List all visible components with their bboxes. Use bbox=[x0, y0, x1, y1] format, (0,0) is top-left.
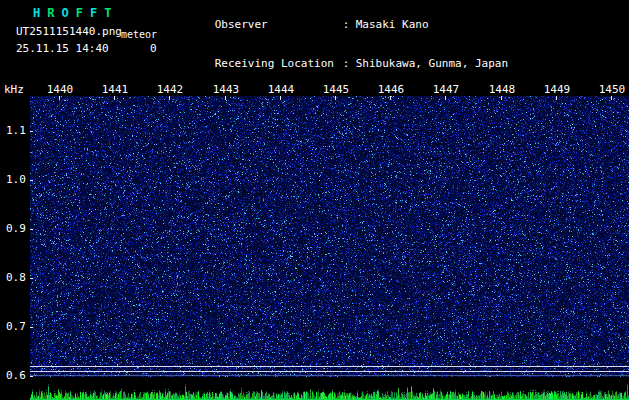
time-tick-label: 1446 bbox=[375, 83, 407, 96]
time-tick-label: 1443 bbox=[210, 83, 242, 96]
app-title-letter: O bbox=[61, 6, 68, 20]
y-tick-label: 1.0 bbox=[6, 173, 26, 186]
app-title-letter: F bbox=[90, 6, 97, 20]
y-tick-label: 0.8 bbox=[6, 271, 26, 284]
info-row-observer: Observer:Masaki Kano bbox=[175, 5, 561, 44]
app-title-letter: F bbox=[76, 6, 83, 20]
time-tick-label: 1440 bbox=[44, 83, 76, 96]
info-separator: : bbox=[343, 18, 356, 31]
time-tick-label: 1450 bbox=[596, 83, 628, 96]
app-title-letter: T bbox=[104, 6, 111, 20]
capture-datetime: 25.11.15 14:40 bbox=[16, 42, 109, 55]
info-value: Masaki Kano bbox=[356, 18, 429, 31]
signal-level-canvas bbox=[30, 378, 629, 400]
info-row-location: Receiving Location:Shibukawa, Gunma, Jap… bbox=[175, 44, 561, 83]
info-label: Receiving Location bbox=[215, 57, 343, 70]
spectrogram-canvas bbox=[30, 96, 629, 377]
y-tick-label: 1.1 bbox=[6, 124, 26, 137]
info-separator: : bbox=[343, 57, 356, 70]
y-axis-unit: kHz bbox=[4, 83, 24, 96]
app-title: HROFFT bbox=[33, 6, 118, 20]
capture-filename: UT2511151440.png bbox=[16, 25, 122, 38]
time-tick-label: 1441 bbox=[99, 83, 131, 96]
time-tick-label: 1444 bbox=[265, 83, 297, 96]
time-tick-label: 1445 bbox=[320, 83, 352, 96]
observation-mode-label: meteor bbox=[121, 29, 157, 40]
hrofft-window: HROFFT UT2511151440.png meteor 25.11.15 … bbox=[0, 0, 629, 400]
echo-count: 0 bbox=[150, 42, 157, 55]
info-label: Observer bbox=[215, 18, 343, 31]
info-value: Shibukawa, Gunma, Japan bbox=[356, 57, 508, 70]
time-tick-label: 1448 bbox=[486, 83, 518, 96]
time-tick-label: 1447 bbox=[430, 83, 462, 96]
y-tick-label: 0.9 bbox=[6, 222, 26, 235]
time-tick-label: 1449 bbox=[541, 83, 573, 96]
app-title-letter: R bbox=[47, 6, 54, 20]
y-tick-label: 0.7 bbox=[6, 320, 26, 333]
y-tick-label: 0.6 bbox=[6, 369, 26, 382]
app-title-letter: H bbox=[33, 6, 40, 20]
time-tick-label: 1442 bbox=[154, 83, 186, 96]
